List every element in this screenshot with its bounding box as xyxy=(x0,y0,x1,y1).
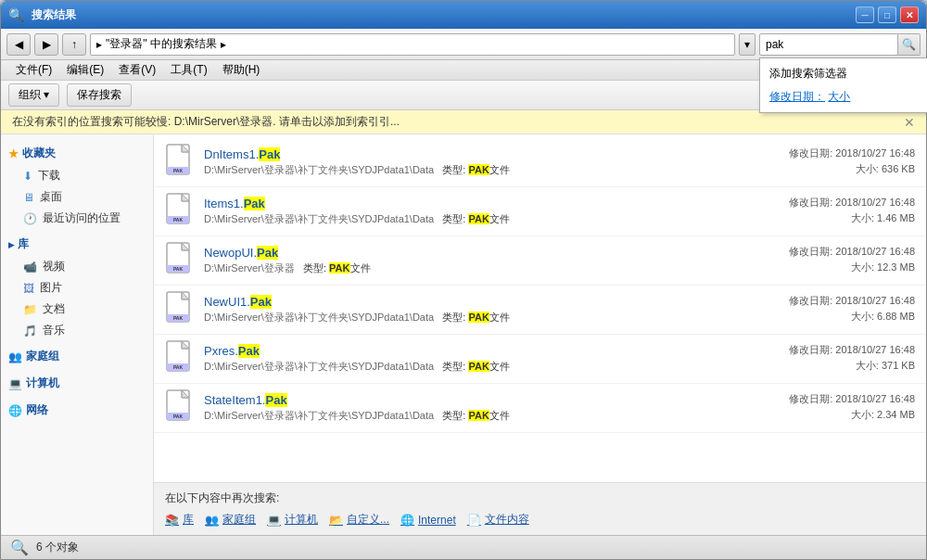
search-again-label-0: 库 xyxy=(183,512,194,528)
file-type-label-0: 类型: PAK文件 xyxy=(442,164,510,175)
file-size-2: 大小: 12.3 MB xyxy=(785,261,915,274)
menu-edit[interactable]: 编辑(E) xyxy=(59,60,111,80)
minimize-button[interactable]: ─ xyxy=(856,6,874,23)
search-again-item-2[interactable]: 💻计算机 xyxy=(267,512,318,528)
sidebar-item-download[interactable]: ⬇ 下载 xyxy=(1,165,153,186)
filter-date-link[interactable]: 修改日期： xyxy=(769,90,825,103)
file-item-3[interactable]: PAK NewUI1.PakD:\MirServer\登录器\补丁文件夹\SYD… xyxy=(154,286,926,335)
search-again-icon-5: 📄 xyxy=(467,514,481,527)
file-info-2: NewopUI.PakD:\MirServer\登录器 类型: PAK文件 xyxy=(204,246,776,275)
filter-size-link[interactable]: 大小 xyxy=(828,90,850,103)
file-list: PAK DnItems1.PakD:\MirServer\登录器\补丁文件夹\S… xyxy=(154,134,926,482)
back-button[interactable]: ◀ xyxy=(6,33,31,56)
download-label: 下载 xyxy=(38,168,60,184)
save-search-button[interactable]: 保存搜索 xyxy=(67,83,132,107)
address-path[interactable]: ▸ "登录器" 中的搜索结果 ▸ xyxy=(90,33,735,56)
path-suffix-arrow: ▸ xyxy=(221,38,226,51)
sidebar-header-network[interactable]: 🌐 网络 xyxy=(1,399,153,422)
sidebar-item-video[interactable]: 📹 视频 xyxy=(1,256,153,277)
homegroup-icon: 👥 xyxy=(8,350,22,363)
sidebar-header-library[interactable]: ▸ 库 xyxy=(1,233,153,256)
file-name-2: NewopUI.Pak xyxy=(204,246,776,260)
file-path-0: D:\MirServer\登录器\补丁文件夹\SYDJPdata1\Data 类… xyxy=(204,163,776,177)
search-again-label: 在以下内容中再次搜索: xyxy=(165,490,915,506)
file-type-highlight-5: PAK xyxy=(468,410,489,421)
search-again-label-5: 文件内容 xyxy=(485,512,529,528)
sidebar-header-computer[interactable]: 💻 计算机 xyxy=(1,372,153,395)
menu-help[interactable]: 帮助(H) xyxy=(215,60,268,80)
file-meta-5: 修改日期: 2018/10/27 16:48大小: 2.34 MB xyxy=(785,392,915,424)
maximize-button[interactable]: □ xyxy=(878,6,896,23)
sidebar-item-desktop[interactable]: 🖥 桌面 xyxy=(1,186,153,208)
menu-file[interactable]: 文件(F) xyxy=(8,60,59,80)
file-name-4: Pxres.Pak xyxy=(204,344,776,358)
sidebar: ★ 收藏夹 ⬇ 下载 🖥 桌面 🕐 最近访问的位置 xyxy=(1,134,154,535)
filter-date-label[interactable]: 修改日期： xyxy=(769,90,828,103)
music-icon: 🎵 xyxy=(23,325,37,337)
close-button[interactable]: ✕ xyxy=(900,6,919,23)
file-meta-4: 修改日期: 2018/10/27 16:48大小: 371 KB xyxy=(785,343,915,375)
file-item-4[interactable]: PAK Pxres.PakD:\MirServer\登录器\补丁文件夹\SYDJ… xyxy=(154,335,926,384)
download-icon: ⬇ xyxy=(23,170,32,183)
up-button[interactable]: ↑ xyxy=(62,33,86,56)
search-input[interactable] xyxy=(759,33,898,56)
menu-view[interactable]: 查看(V) xyxy=(111,60,163,80)
file-path-2: D:\MirServer\登录器 类型: PAK文件 xyxy=(204,261,776,275)
file-info-1: Items1.PakD:\MirServer\登录器\补丁文件夹\SYDJPda… xyxy=(204,197,776,226)
sidebar-section-homegroup: 👥 家庭组 xyxy=(1,345,153,368)
sidebar-header-favorites[interactable]: ★ 收藏夹 xyxy=(1,142,153,165)
file-info-4: Pxres.PakD:\MirServer\登录器\补丁文件夹\SYDJPdat… xyxy=(204,344,776,374)
file-item-1[interactable]: PAK Items1.PakD:\MirServer\登录器\补丁文件夹\SYD… xyxy=(154,187,926,236)
titlebar: 🔍 搜索结果 ─ □ ✕ xyxy=(1,1,926,29)
file-name-highlight-2: Pak xyxy=(257,246,278,260)
svg-text:PAK: PAK xyxy=(173,217,184,223)
forward-button[interactable]: ▶ xyxy=(34,33,58,56)
search-status-icon: 🔍 xyxy=(10,539,29,556)
file-icon-0: PAK xyxy=(165,144,195,181)
search-again-item-0[interactable]: 📚库 xyxy=(165,512,194,528)
file-item-0[interactable]: PAK DnItems1.PakD:\MirServer\登录器\补丁文件夹\S… xyxy=(154,138,926,187)
search-button[interactable]: 🔍 xyxy=(898,33,921,56)
sidebar-item-music[interactable]: 🎵 音乐 xyxy=(1,320,153,341)
file-size-3: 大小: 6.88 MB xyxy=(785,310,915,324)
sidebar-header-homegroup[interactable]: 👥 家庭组 xyxy=(1,345,153,368)
filter-size-anchor[interactable]: 大小 xyxy=(828,90,850,103)
main-content: ★ 收藏夹 ⬇ 下载 🖥 桌面 🕐 最近访问的位置 xyxy=(1,134,926,535)
file-icon-2: PAK xyxy=(165,242,195,279)
library-label: 库 xyxy=(18,236,29,252)
search-again-item-3[interactable]: 📂自定义... xyxy=(329,512,389,528)
file-type-label-1: 类型: PAK文件 xyxy=(442,213,510,224)
file-item-5[interactable]: PAK StateItem1.PakD:\MirServer\登录器\补丁文件夹… xyxy=(154,384,926,433)
svg-text:PAK: PAK xyxy=(173,414,184,419)
svg-text:PAK: PAK xyxy=(173,168,184,173)
organize-button[interactable]: 组织 ▾ xyxy=(8,83,59,107)
address-dropdown-btn[interactable]: ▾ xyxy=(739,33,756,56)
file-date-2: 修改日期: 2018/10/27 16:48 xyxy=(785,245,915,259)
file-icon-4: PAK xyxy=(165,340,195,377)
infobar-close-button[interactable]: ✕ xyxy=(904,115,915,130)
window-icon: 🔍 xyxy=(8,7,24,22)
sidebar-section-computer: 💻 计算机 xyxy=(1,372,153,395)
titlebar-controls: ─ □ ✕ xyxy=(856,6,919,23)
search-again-item-5[interactable]: 📄文件内容 xyxy=(467,512,529,528)
menu-tools[interactable]: 工具(T) xyxy=(163,60,214,80)
file-name-highlight-4: Pak xyxy=(238,344,260,358)
sidebar-item-pictures[interactable]: 🖼 图片 xyxy=(1,277,153,299)
desktop-label: 桌面 xyxy=(40,189,62,205)
search-again-label-1: 家庭组 xyxy=(222,512,256,528)
file-item-2[interactable]: PAK NewopUI.PakD:\MirServer\登录器 类型: PAK文… xyxy=(154,236,926,286)
file-meta-2: 修改日期: 2018/10/27 16:48大小: 12.3 MB xyxy=(785,245,915,276)
file-info-3: NewUI1.PakD:\MirServer\登录器\补丁文件夹\SYDJPda… xyxy=(204,295,776,325)
search-again-item-1[interactable]: 👥家庭组 xyxy=(205,512,256,528)
network-label: 网络 xyxy=(26,402,48,418)
window-title: 搜索结果 xyxy=(32,7,76,23)
pictures-icon: 🖼 xyxy=(23,282,34,295)
sidebar-item-recent[interactable]: 🕐 最近访问的位置 xyxy=(1,208,153,229)
search-again-label-4: Internet xyxy=(418,514,456,527)
sidebar-item-documents[interactable]: 📁 文档 xyxy=(1,299,153,320)
recent-label: 最近访问的位置 xyxy=(43,210,121,226)
file-type-highlight-2: PAK xyxy=(329,262,349,274)
add-filter-item[interactable]: 添加搜索筛选器 xyxy=(760,62,927,85)
file-date-0: 修改日期: 2018/10/27 16:48 xyxy=(785,146,915,160)
search-again-item-4[interactable]: 🌐Internet xyxy=(400,514,456,527)
